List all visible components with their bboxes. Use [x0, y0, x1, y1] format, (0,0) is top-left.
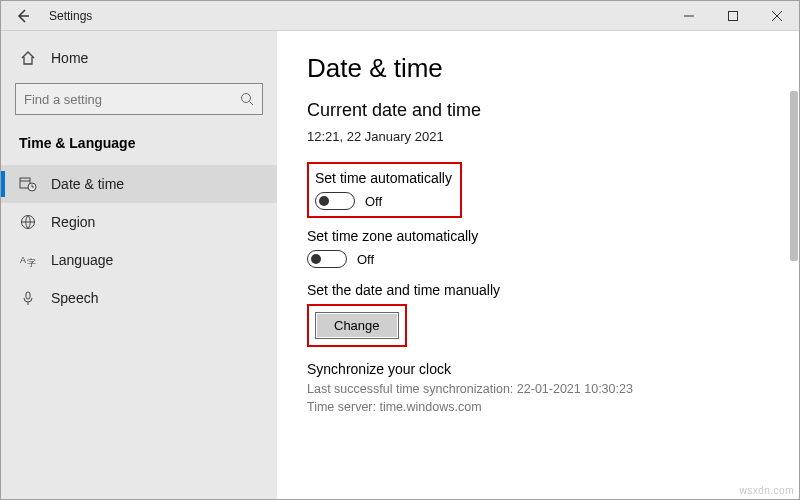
sidebar-category: Time & Language — [1, 129, 277, 165]
window-controls — [667, 1, 799, 31]
toggle-knob — [319, 196, 329, 206]
search-box[interactable] — [15, 83, 263, 115]
set-manual-label: Set the date and time manually — [307, 282, 769, 298]
page-title: Date & time — [307, 53, 769, 84]
set-time-auto-label: Set time automatically — [315, 170, 452, 186]
language-icon: A字 — [19, 251, 37, 269]
watermark: wsxdn.com — [739, 485, 794, 496]
content-scrollbar[interactable] — [789, 31, 799, 499]
highlight-set-time-auto: Set time automatically Off — [307, 162, 462, 218]
sidebar-item-language[interactable]: A字 Language — [1, 241, 277, 279]
svg-text:字: 字 — [27, 258, 36, 268]
set-time-auto-toggle-row: Off — [315, 192, 452, 210]
sidebar-item-label: Date & time — [51, 176, 124, 192]
minimize-icon — [684, 11, 694, 21]
set-time-auto-toggle[interactable] — [315, 192, 355, 210]
current-datetime-value: 12:21, 22 January 2021 — [307, 129, 769, 144]
maximize-button[interactable] — [711, 1, 755, 31]
microphone-icon — [19, 289, 37, 307]
sidebar-item-date-time[interactable]: Date & time — [1, 165, 277, 203]
settings-window: Settings Home Time & Language Date & tim… — [0, 0, 800, 500]
toggle-knob — [311, 254, 321, 264]
globe-icon — [19, 213, 37, 231]
scrollbar-thumb[interactable] — [790, 91, 798, 261]
sync-clock-label: Synchronize your clock — [307, 361, 769, 377]
svg-text:A: A — [20, 255, 26, 265]
back-button[interactable] — [1, 8, 45, 24]
set-tz-auto-label: Set time zone automatically — [307, 228, 769, 244]
set-tz-auto-toggle-row: Off — [307, 250, 769, 268]
sidebar-home[interactable]: Home — [1, 41, 277, 75]
sync-last: Last successful time synchronization: 22… — [307, 381, 769, 399]
sidebar-item-speech[interactable]: Speech — [1, 279, 277, 317]
search-input[interactable] — [24, 92, 240, 107]
close-button[interactable] — [755, 1, 799, 31]
maximize-icon — [728, 11, 738, 21]
calendar-clock-icon — [19, 175, 37, 193]
sidebar-home-label: Home — [51, 50, 88, 66]
search-wrap — [1, 75, 277, 129]
close-icon — [772, 11, 782, 21]
content-pane: Date & time Current date and time 12:21,… — [277, 31, 799, 499]
home-icon — [19, 49, 37, 67]
minimize-button[interactable] — [667, 1, 711, 31]
highlight-change-button: Change — [307, 304, 407, 347]
titlebar: Settings — [1, 1, 799, 31]
svg-rect-1 — [729, 11, 738, 20]
set-tz-auto-toggle[interactable] — [307, 250, 347, 268]
arrow-left-icon — [15, 8, 31, 24]
sync-server: Time server: time.windows.com — [307, 399, 769, 417]
sidebar: Home Time & Language Date & time Region … — [1, 31, 277, 499]
window-title: Settings — [45, 9, 667, 23]
sidebar-item-region[interactable]: Region — [1, 203, 277, 241]
svg-line-5 — [250, 102, 254, 106]
svg-rect-14 — [26, 292, 30, 299]
set-time-auto-state: Off — [365, 194, 382, 209]
change-button[interactable]: Change — [315, 312, 399, 339]
sidebar-item-label: Region — [51, 214, 95, 230]
sidebar-item-label: Speech — [51, 290, 98, 306]
section-current-datetime: Current date and time — [307, 100, 769, 121]
window-body: Home Time & Language Date & time Region … — [1, 31, 799, 499]
set-tz-auto-state: Off — [357, 252, 374, 267]
sidebar-item-label: Language — [51, 252, 113, 268]
svg-point-4 — [242, 94, 251, 103]
search-icon — [240, 92, 254, 106]
